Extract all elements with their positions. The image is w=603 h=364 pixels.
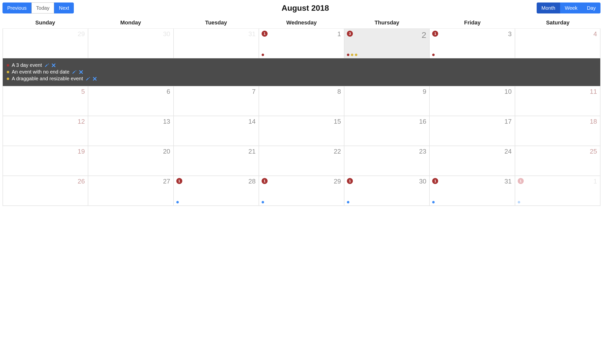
delete-icon[interactable] [51,63,56,68]
event-count-badge[interactable]: 1 [432,31,438,37]
day-number: 12 [78,118,85,125]
event-title: A 3 day event [12,62,42,68]
calendar-title: August 2018 [282,3,329,13]
day-header: Saturday [515,17,601,28]
day-cell[interactable]: 14 [174,116,259,146]
day-number: 30 [163,30,170,38]
day-number: 31 [504,178,512,185]
day-number: 26 [78,178,85,185]
today-button[interactable]: Today [31,2,54,13]
day-cell[interactable]: 15 [259,116,344,146]
event-line: A 3 day event [7,62,596,69]
view-day-button[interactable]: Day [582,2,601,13]
day-cell[interactable]: 291 [259,176,344,206]
event-dot [347,54,349,56]
day-number: 22 [334,148,341,155]
event-count-badge[interactable]: 1 [432,178,438,184]
day-number: 24 [504,148,512,155]
week-row: 12131415161718 [3,116,600,146]
day-number: 23 [419,148,426,155]
event-dots [176,201,179,203]
day-cell[interactable]: 23 [344,28,429,58]
day-cell[interactable]: 27 [88,176,173,206]
week-row: 19202122232425 [3,146,600,176]
day-cell[interactable]: 26 [3,176,88,206]
event-dots [518,201,520,203]
day-cell[interactable]: 16 [344,116,429,146]
day-cell[interactable]: 21 [174,146,259,176]
event-line: A draggable and resizable event [7,75,596,82]
day-number: 20 [163,148,170,155]
event-count-badge[interactable]: 1 [347,178,353,184]
day-cell[interactable]: 29 [3,28,88,58]
day-cell[interactable]: 25 [515,146,600,176]
day-number: 6 [167,88,170,95]
day-cell[interactable]: 8 [259,86,344,116]
event-count-badge[interactable]: 1 [262,31,268,37]
delete-icon[interactable] [93,77,97,81]
day-cell[interactable]: 11 [259,28,344,58]
day-cell[interactable]: 4 [515,28,600,58]
event-dot [355,54,357,56]
day-cell[interactable]: 30 [88,28,173,58]
day-cell[interactable]: 31 [174,28,259,58]
day-header: Wednesday [259,17,344,28]
day-number: 11 [590,88,597,95]
edit-icon[interactable] [72,70,76,74]
event-count-badge[interactable]: 1 [262,178,268,184]
event-dots [262,201,264,203]
day-number: 15 [334,118,341,125]
event-color-dot [7,71,9,73]
day-number: 14 [248,118,256,125]
day-number: 30 [419,178,426,185]
day-cell[interactable]: 301 [344,176,429,206]
day-header: Sunday [2,17,88,28]
day-cell[interactable]: 12 [3,116,88,146]
day-cell[interactable]: 31 [429,28,515,58]
previous-button[interactable]: Previous [2,2,31,13]
day-cell[interactable]: 23 [344,146,429,176]
day-cell[interactable]: 17 [429,116,515,146]
day-cell[interactable]: 24 [429,146,515,176]
day-cell[interactable]: 9 [344,86,429,116]
event-count-badge[interactable]: 3 [347,31,353,37]
event-count-badge[interactable]: 1 [518,178,524,184]
week-row: 2930311123314 [3,28,600,58]
view-week-button[interactable]: Week [560,2,582,13]
event-dot [347,201,349,203]
day-cell[interactable]: 20 [88,146,173,176]
day-cell[interactable]: 18 [515,116,600,146]
event-count-badge[interactable]: 1 [176,178,182,184]
week-row: 262728129130131111 [3,176,600,206]
day-cell[interactable]: 6 [88,86,173,116]
event-dots [347,54,357,56]
day-cell[interactable]: 11 [515,86,600,116]
day-cell[interactable]: 22 [259,146,344,176]
event-dots [262,54,264,56]
day-header: Thursday [344,17,430,28]
edit-icon[interactable] [44,63,49,68]
delete-icon[interactable] [79,70,83,74]
next-button[interactable]: Next [54,2,74,13]
day-header: Tuesday [173,17,259,28]
event-dots [347,201,349,203]
calendar-toolbar: Previous Today Next August 2018 Month We… [2,2,601,17]
event-color-dot [7,64,9,67]
day-cell[interactable]: 311 [429,176,515,206]
event-dot [518,201,520,203]
event-line: An event with no end date [7,69,596,75]
day-cell[interactable]: 10 [429,86,515,116]
view-month-button[interactable]: Month [537,2,560,13]
edit-icon[interactable] [86,77,90,81]
day-number: 2 [422,30,426,40]
day-cell[interactable]: 7 [174,86,259,116]
day-cell[interactable]: 11 [515,176,600,206]
day-cell[interactable]: 281 [174,176,259,206]
day-number: 29 [78,30,85,38]
day-cell[interactable]: 19 [3,146,88,176]
day-cell[interactable]: 5 [3,86,88,116]
day-number: 16 [419,118,426,125]
day-cell[interactable]: 13 [88,116,173,146]
day-number: 4 [594,30,597,38]
calendar-grid: 2930311123314A 3 day eventAn event with … [2,28,601,206]
